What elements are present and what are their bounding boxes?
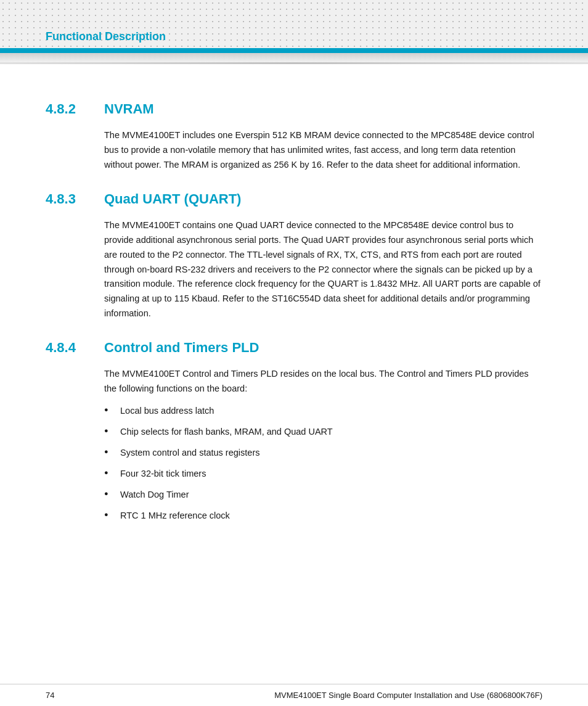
- footer: 74 MVME4100ET Single Board Computer Inst…: [0, 684, 588, 706]
- section-483-heading: 4.8.3 Quad UART (QUART): [46, 191, 542, 207]
- header: Functional Description: [0, 0, 588, 48]
- section-484-title: Control and Timers PLD: [104, 340, 259, 356]
- list-item: System control and status registers: [104, 446, 542, 461]
- header-title-bar: Functional Description: [0, 25, 588, 48]
- footer-document-title: MVME4100ET Single Board Computer Install…: [274, 691, 542, 700]
- list-item: Chip selects for flash banks, MRAM, and …: [104, 425, 542, 440]
- section-482-body: The MVME4100ET includes one Everspin 512…: [104, 128, 542, 173]
- section-484-number: 4.8.4: [46, 340, 104, 356]
- list-item: RTC 1 MHz reference clock: [104, 509, 542, 523]
- main-content: 4.8.2 NVRAM The MVME4100ET includes one …: [0, 64, 588, 567]
- page-title: Functional Description: [46, 30, 166, 43]
- section-483-number: 4.8.3: [46, 191, 104, 207]
- blue-accent-bar: [0, 48, 588, 53]
- section-482-title: NVRAM: [104, 101, 154, 117]
- section-482-number: 4.8.2: [46, 101, 104, 117]
- section-484-body: The MVME4100ET Control and Timers PLD re…: [104, 367, 542, 396]
- list-item: Four 32-bit tick timers: [104, 467, 542, 482]
- section-483-body: The MVME4100ET contains one Quad UART de…: [104, 218, 542, 321]
- list-item: Watch Dog Timer: [104, 488, 542, 503]
- grey-decorative-bar: [0, 53, 588, 64]
- section-484-heading: 4.8.4 Control and Timers PLD: [46, 340, 542, 356]
- section-484-bullet-list: Local bus address latch Chip selects for…: [104, 404, 542, 523]
- section-482-heading: 4.8.2 NVRAM: [46, 101, 542, 117]
- section-483-title: Quad UART (QUART): [104, 191, 241, 207]
- footer-page-number: 74: [46, 691, 54, 700]
- list-item: Local bus address latch: [104, 404, 542, 419]
